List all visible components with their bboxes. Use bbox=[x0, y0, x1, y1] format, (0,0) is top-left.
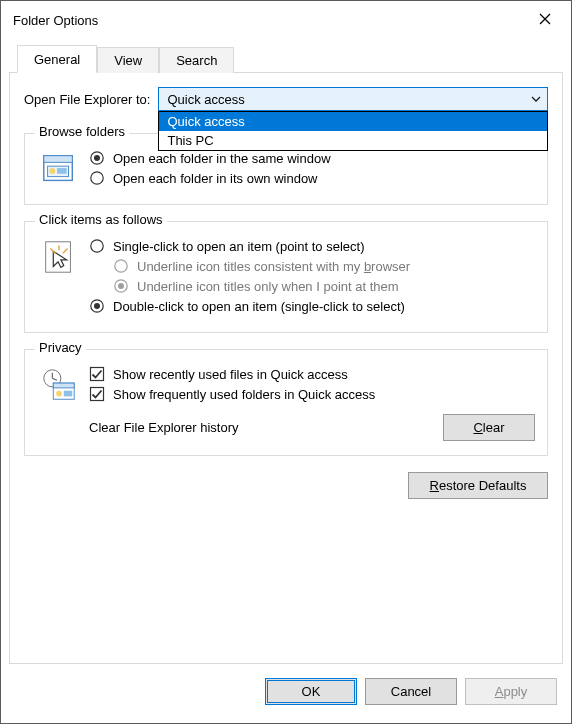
radio-icon bbox=[113, 258, 129, 274]
svg-point-18 bbox=[118, 283, 124, 289]
chevron-down-icon bbox=[531, 94, 541, 104]
tab-view[interactable]: View bbox=[97, 47, 159, 73]
check-recent-files[interactable]: Show recently used files in Quick access bbox=[89, 366, 535, 382]
svg-point-5 bbox=[50, 168, 56, 174]
tab-general[interactable]: General bbox=[17, 45, 97, 73]
browse-folders-icon bbox=[37, 146, 81, 188]
radio-underline-browser: Underline icon titles consistent with my… bbox=[113, 258, 535, 274]
radio-same-window-label: Open each folder in the same window bbox=[113, 151, 331, 166]
group-click-items: Click items as follows bbox=[24, 221, 548, 333]
radio-double-click[interactable]: Double-click to open an item (single-cli… bbox=[89, 298, 535, 314]
open-explorer-combo[interactable]: Quick access bbox=[158, 87, 548, 111]
folder-options-window: Folder Options General View Search Open … bbox=[0, 0, 572, 724]
dialog-button-bar: OK Cancel Apply bbox=[1, 664, 571, 723]
combo-option-quick-access[interactable]: Quick access bbox=[159, 112, 547, 131]
window-title: Folder Options bbox=[13, 13, 527, 28]
tab-area: General View Search bbox=[1, 43, 571, 73]
clear-button[interactable]: Clear bbox=[443, 414, 535, 441]
radio-double-click-label: Double-click to open an item (single-cli… bbox=[113, 299, 405, 314]
svg-point-26 bbox=[56, 391, 62, 397]
group-privacy-legend: Privacy bbox=[35, 340, 86, 355]
radio-underline-point-label: Underline icon titles only when I point … bbox=[137, 279, 399, 294]
radio-underline-point: Underline icon titles only when I point … bbox=[113, 278, 535, 294]
svg-rect-25 bbox=[53, 383, 74, 388]
open-explorer-row: Open File Explorer to: Quick access Quic… bbox=[24, 87, 548, 111]
group-privacy: Privacy bbox=[24, 349, 548, 456]
radio-single-click[interactable]: Single-click to open an item (point to s… bbox=[89, 238, 535, 254]
checkbox-icon bbox=[89, 366, 105, 382]
radio-own-window-label: Open each folder in its own window bbox=[113, 171, 318, 186]
privacy-icon bbox=[37, 362, 81, 404]
cancel-button[interactable]: Cancel bbox=[365, 678, 457, 705]
radio-icon bbox=[89, 298, 105, 314]
check-frequent-folders[interactable]: Show frequently used folders in Quick ac… bbox=[89, 386, 535, 402]
svg-rect-6 bbox=[57, 168, 67, 174]
check-recent-files-label: Show recently used files in Quick access bbox=[113, 367, 348, 382]
combo-option-this-pc[interactable]: This PC bbox=[159, 131, 547, 150]
svg-rect-3 bbox=[44, 156, 73, 163]
apply-button: Apply bbox=[465, 678, 557, 705]
open-explorer-label: Open File Explorer to: bbox=[24, 92, 150, 107]
checkbox-icon bbox=[89, 386, 105, 402]
group-click-items-legend: Click items as follows bbox=[35, 212, 167, 227]
open-explorer-selected: Quick access bbox=[167, 92, 244, 107]
restore-defaults-button[interactable]: Restore Defaults bbox=[408, 472, 548, 499]
tab-panel-general: Open File Explorer to: Quick access Quic… bbox=[9, 73, 563, 664]
check-frequent-folders-label: Show frequently used folders in Quick ac… bbox=[113, 387, 375, 402]
svg-point-20 bbox=[94, 303, 100, 309]
svg-rect-29 bbox=[91, 388, 104, 401]
radio-underline-browser-label: Underline icon titles consistent with my… bbox=[137, 259, 410, 274]
ok-button[interactable]: OK bbox=[265, 678, 357, 705]
svg-point-8 bbox=[94, 155, 100, 161]
tab-search[interactable]: Search bbox=[159, 47, 234, 73]
radio-icon bbox=[89, 238, 105, 254]
radio-own-window[interactable]: Open each folder in its own window bbox=[89, 170, 535, 186]
clear-history-label: Clear File Explorer history bbox=[89, 420, 435, 435]
svg-rect-28 bbox=[91, 368, 104, 381]
svg-point-9 bbox=[91, 172, 103, 184]
radio-icon bbox=[89, 150, 105, 166]
click-items-icon bbox=[37, 234, 81, 276]
close-icon bbox=[539, 13, 551, 28]
svg-point-15 bbox=[91, 240, 103, 252]
radio-same-window[interactable]: Open each folder in the same window bbox=[89, 150, 535, 166]
radio-single-click-label: Single-click to open an item (point to s… bbox=[113, 239, 364, 254]
svg-point-16 bbox=[115, 260, 127, 272]
svg-rect-27 bbox=[64, 391, 73, 397]
close-button[interactable] bbox=[527, 7, 563, 33]
radio-icon bbox=[113, 278, 129, 294]
group-browse-folders-legend: Browse folders bbox=[35, 124, 129, 139]
title-bar: Folder Options bbox=[1, 1, 571, 39]
radio-icon bbox=[89, 170, 105, 186]
open-explorer-dropdown: Quick access This PC bbox=[158, 111, 548, 151]
